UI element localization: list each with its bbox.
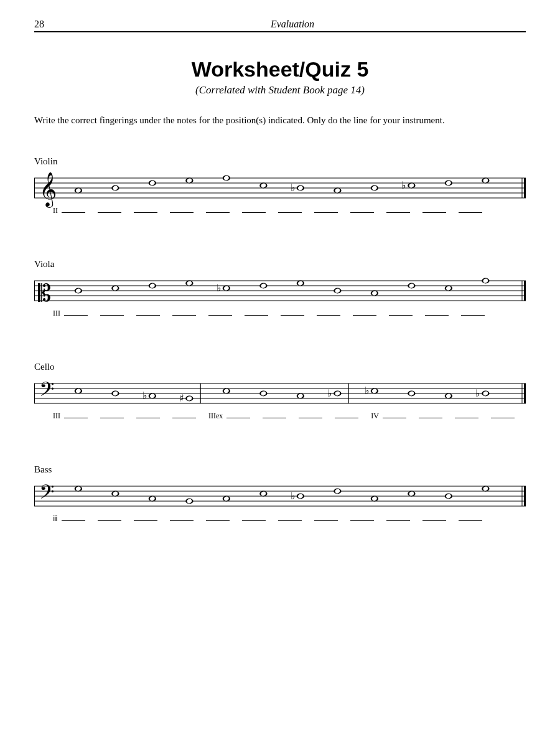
music-staff: 𝄢♭ bbox=[34, 479, 526, 516]
svg-text:♭: ♭ bbox=[142, 390, 147, 401]
instructions-text: Write the correct fingerings under the n… bbox=[34, 114, 526, 126]
svg-text:♯: ♯ bbox=[179, 393, 184, 403]
svg-text:♭: ♭ bbox=[401, 180, 406, 190]
staff-container: 𝄞♭♭ bbox=[34, 171, 526, 202]
instrument-section-cello: Cello 𝄢♭♯♭♭♭ IIIIIIexIV bbox=[34, 362, 526, 421]
svg-text:𝄞: 𝄞 bbox=[39, 172, 57, 208]
instrument-label: Bass bbox=[34, 464, 526, 475]
music-staff: 𝄢♭♯♭♭♭ bbox=[34, 376, 526, 413]
svg-text:♭: ♭ bbox=[365, 385, 370, 396]
instrument-label: Violin bbox=[34, 156, 526, 167]
svg-text:♭: ♭ bbox=[291, 491, 296, 501]
svg-text:♭: ♭ bbox=[217, 283, 222, 293]
instrument-section-viola: Viola 𝄡♭ III bbox=[34, 259, 526, 318]
instrument-section-violin: Violin 𝄞♭♭ II bbox=[34, 156, 526, 215]
svg-text:♭: ♭ bbox=[475, 388, 480, 398]
svg-text:♭: ♭ bbox=[291, 182, 296, 193]
instrument-label: Cello bbox=[34, 362, 526, 372]
svg-rect-42 bbox=[524, 281, 526, 301]
header-section-title: Evaluation bbox=[59, 19, 526, 30]
svg-text:♭: ♭ bbox=[327, 388, 332, 398]
svg-text:𝄡: 𝄡 bbox=[38, 280, 51, 306]
svg-rect-116 bbox=[524, 486, 526, 506]
svg-text:𝄢: 𝄢 bbox=[39, 378, 54, 405]
worksheet-subtitle: (Correlated with Student Book page 14) bbox=[34, 84, 526, 96]
svg-rect-7 bbox=[524, 178, 526, 198]
svg-text:𝄢: 𝄢 bbox=[39, 481, 54, 507]
instrument-label: Viola bbox=[34, 259, 526, 270]
staff-container: 𝄡♭ bbox=[34, 273, 526, 304]
music-staff: 𝄡♭ bbox=[34, 273, 526, 311]
page-header: 28 Evaluation bbox=[34, 19, 526, 32]
instrument-section-bass: Bass 𝄢♭ ⅲ bbox=[34, 464, 526, 524]
page-number: 28 bbox=[34, 19, 59, 30]
worksheet-title: Worksheet/Quiz 5 bbox=[34, 57, 526, 82]
title-block: Worksheet/Quiz 5 (Correlated with Studen… bbox=[34, 57, 526, 96]
staff-container: 𝄢♭ bbox=[34, 479, 526, 510]
music-staff: 𝄞♭♭ bbox=[34, 171, 526, 208]
svg-rect-76 bbox=[524, 383, 526, 403]
staff-container: 𝄢♭♯♭♭♭ bbox=[34, 376, 526, 407]
